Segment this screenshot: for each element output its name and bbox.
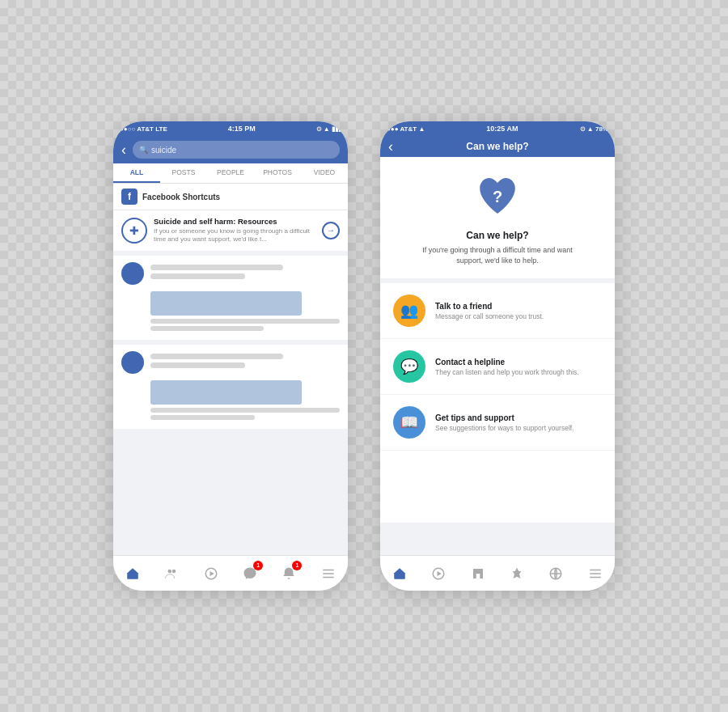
opt-desc-3: See suggestions for ways to support your… [435,424,574,432]
option-text-2: Contact a helpline They can listen and h… [435,358,579,376]
back-arrow-1[interactable]: ‹ [121,142,126,159]
text-ph [150,326,264,331]
carrier-1: ●●○○ AT&T LTE [120,125,167,133]
option-helpline[interactable]: 💬 Contact a helpline They can listen and… [380,339,615,395]
nav-bar-2: ‹ Can we help? [380,136,615,157]
svg-rect-14 [476,574,480,578]
tab-photos[interactable]: PHOTOS [254,163,301,183]
bottom-bell[interactable]: 1 [276,561,302,587]
time-1: 4:15 PM [228,125,256,133]
svg-point-2 [168,569,172,573]
crisis-icon: ✚ [121,218,147,244]
help-hero: ? Can we help? If you're going through a… [380,157,615,283]
tab-all[interactable]: ALL [113,163,160,183]
status-icons-1: ⊙ ▲ ▮▮▮ [316,125,341,133]
option-friend[interactable]: 👥 Talk to a friend Message or call someo… [380,283,615,339]
ph-line [150,265,283,270]
phone-2: ●●● AT&T ▲ 10:25 AM ⊙ ▲ 78% ‹ Can we hel… [380,121,615,591]
help-footer [380,523,615,555]
text-ph [150,415,255,420]
avatar-1 [121,262,144,285]
shortcuts-label: Facebook Shortcuts [142,193,220,201]
bottom-people[interactable] [159,561,184,587]
help-content: ? Can we help? If you're going through a… [380,157,615,555]
avatar-2 [121,351,144,374]
ph-line [150,273,245,279]
svg-marker-5 [210,571,214,576]
carrier-2: ●●● AT&T ▲ [387,125,425,133]
heart-question-icon: ? [473,173,522,222]
bottom-messenger[interactable]: 1 [237,561,263,587]
b2-globe[interactable] [543,561,569,587]
svg-marker-1 [127,568,139,574]
tabs-bar-1: ALL POSTS PEOPLE PHOTOS VIDEO [113,163,348,184]
bottom-video[interactable] [198,561,224,587]
opt-desc-1: Message or call someone you trust. [435,312,544,320]
svg-point-3 [172,569,176,573]
placeholder-lines-1 [150,265,340,282]
nav-title-2: Can we help? [466,141,528,152]
suicide-card[interactable]: ✚ Suicide and self harm: Resources If yo… [113,210,348,256]
phone-1: ●●○○ AT&T LTE 4:15 PM ⊙ ▲ ▮▮▮ ‹ 🔍 suicid… [113,121,348,591]
status-bar-2: ●●● AT&T ▲ 10:25 AM ⊙ ▲ 78% [380,121,615,136]
feed-section [113,256,348,555]
friend-icon: 👥 [393,295,425,327]
bottom-menu[interactable] [315,561,341,587]
text-ph [150,319,340,324]
option-text-1: Talk to a friend Message or call someone… [435,302,544,320]
ph-line [150,362,245,368]
card-desc: If you or someone you know is going thro… [154,227,315,244]
option-tips[interactable]: 📖 Get tips and support See suggestions f… [380,395,615,451]
status-bar-1: ●●○○ AT&T LTE 4:15 PM ⊙ ▲ ▮▮▮ [113,121,348,136]
card-arrow[interactable]: → [322,222,340,239]
option-text-3: Get tips and support See suggestions for… [435,413,574,432]
bottom-bar-2 [380,555,615,591]
card-text: Suicide and self harm: Resources If you … [154,217,315,244]
svg-rect-0 [127,573,138,579]
b2-marketplace[interactable] [465,561,491,587]
help-title: Can we help? [466,230,528,241]
feed-item-2 [113,345,348,429]
shortcuts-header: f Facebook Shortcuts [113,184,348,210]
search-text-1: suicide [151,146,176,155]
b2-rocket[interactable] [504,561,530,587]
card-title: Suicide and self harm: Resources [154,217,315,226]
svg-rect-10 [394,573,405,579]
tab-video[interactable]: VIDEO [301,163,348,183]
text-ph [150,408,340,413]
b2-menu[interactable] [582,561,608,587]
bottom-home[interactable] [120,561,146,587]
help-options: 👥 Talk to a friend Message or call someo… [380,283,615,523]
svg-text:?: ? [493,188,502,206]
opt-title-3: Get tips and support [435,413,574,422]
opt-title-1: Talk to a friend [435,302,544,311]
svg-marker-11 [394,568,406,574]
search-icon-1: 🔍 [139,146,148,154]
feed-item-1 [113,256,348,340]
status-icons-2: ⊙ ▲ 78% [580,125,608,133]
bell-badge: 1 [292,561,302,570]
tab-posts[interactable]: POSTS [160,163,207,183]
b2-video[interactable] [425,561,451,587]
opt-title-2: Contact a helpline [435,358,579,367]
nav-bar-1: ‹ 🔍 suicide [113,136,348,163]
back-arrow-2[interactable]: ‹ [388,138,393,155]
content-image-1 [150,291,302,316]
helpline-icon: 💬 [393,350,425,383]
opt-desc-2: They can listen and help you work throug… [435,368,579,376]
fb-logo: f [121,189,138,205]
content-image-2 [150,380,302,405]
svg-marker-13 [438,571,442,576]
feed-content-2 [150,380,340,420]
b2-home[interactable] [387,561,413,587]
help-desc: If you're going through a difficult time… [417,245,578,265]
search-box-1[interactable]: 🔍 suicide [133,141,340,159]
messenger-badge: 1 [253,561,263,570]
ph-line [150,354,283,359]
feed-content-1 [150,291,340,331]
bottom-bar-1: 1 1 [113,555,348,591]
time-2: 10:25 AM [486,125,518,133]
placeholder-lines-2 [150,354,340,371]
screen-content-1: f Facebook Shortcuts ✚ Suicide and self … [113,184,348,555]
tab-people[interactable]: PEOPLE [207,163,254,183]
